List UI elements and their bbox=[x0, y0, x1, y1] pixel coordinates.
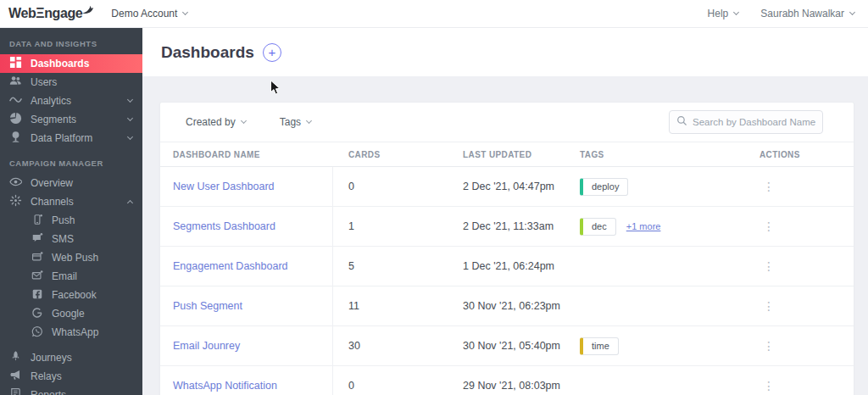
sidebar-item-label: Relays bbox=[31, 370, 132, 382]
row-actions-kebab-icon[interactable]: ⋮ bbox=[744, 262, 854, 270]
analytics-wave-icon bbox=[9, 93, 22, 108]
google-icon bbox=[31, 307, 43, 321]
push-phone-icon bbox=[31, 214, 43, 228]
channels-burst-icon bbox=[9, 194, 22, 209]
whatsapp-icon bbox=[31, 325, 43, 340]
sidebar-section-data-insights: DATA AND INSIGHTS bbox=[0, 28, 142, 54]
tags-filter-label: Tags bbox=[280, 116, 301, 128]
sidebar-item-label: Users bbox=[31, 76, 132, 88]
eye-icon bbox=[9, 175, 22, 191]
tag-label: deploy bbox=[592, 181, 619, 192]
col-header-last-updated: LAST UPDATED bbox=[448, 150, 565, 159]
dashboard-name-link[interactable]: Segments Dashboard bbox=[173, 220, 275, 232]
dashboard-name-link[interactable]: Email Jounrey bbox=[173, 340, 240, 352]
help-menu[interactable]: Help bbox=[708, 8, 739, 19]
segments-pie-icon bbox=[9, 112, 22, 127]
sidebar-item-overview[interactable]: Overview bbox=[0, 174, 142, 192]
row-actions-kebab-icon[interactable]: ⋮ bbox=[744, 222, 854, 231]
search-input[interactable] bbox=[693, 117, 823, 127]
sidebar-item-email[interactable]: Email bbox=[0, 267, 142, 286]
dashboard-name-link[interactable]: New User Dashboard bbox=[173, 181, 275, 192]
sidebar-item-whatsapp[interactable]: WhatsApp bbox=[0, 323, 142, 342]
sidebar-item-users[interactable]: Users bbox=[0, 73, 142, 92]
sidebar-item-label: Reports bbox=[31, 389, 132, 395]
sidebar-item-channels[interactable]: Channels bbox=[0, 192, 142, 211]
created-by-filter[interactable]: Created by bbox=[186, 116, 246, 128]
row-actions-kebab-icon[interactable]: ⋮ bbox=[744, 381, 854, 390]
sidebar-item-label: Analytics bbox=[31, 95, 120, 107]
sidebar-item-label: Journeys bbox=[31, 352, 132, 364]
tag-pill[interactable]: time bbox=[580, 337, 619, 355]
created-by-filter-label: Created by bbox=[186, 116, 236, 128]
cards-count: 5 bbox=[333, 260, 448, 272]
sidebar-item-push[interactable]: Push bbox=[0, 211, 142, 230]
logo-text-ngage: ngage bbox=[44, 6, 82, 21]
sidebar-section-campaign-manager: CAMPAIGN MANAGER bbox=[0, 147, 142, 174]
add-dashboard-button[interactable]: + bbox=[263, 43, 281, 62]
logo-dart-icon bbox=[81, 3, 94, 18]
account-selector[interactable]: Demo Account bbox=[111, 8, 187, 19]
sidebar-item-label: SMS bbox=[52, 233, 132, 245]
user-name: Saurabh Nawalkar bbox=[760, 8, 844, 19]
col-header-cards: CARDS bbox=[333, 150, 448, 159]
dashboard-name-link[interactable]: WhatsApp Notification bbox=[173, 380, 277, 392]
sidebar-item-relays[interactable]: Relays bbox=[0, 367, 142, 386]
table-header-row: DASHBOARD NAME CARDS LAST UPDATED TAGS A… bbox=[160, 142, 854, 167]
chevron-down-icon bbox=[241, 118, 247, 124]
dashboard-name-link[interactable]: Engagement Dashboard bbox=[173, 260, 288, 272]
sidebar-item-analytics[interactable]: Analytics bbox=[0, 92, 142, 110]
row-actions-kebab-icon[interactable]: ⋮ bbox=[744, 342, 854, 350]
chevron-down-icon bbox=[182, 9, 188, 15]
web-push-browser-icon bbox=[31, 251, 43, 265]
sidebar-item-label: Web Push bbox=[52, 252, 132, 264]
rocket-icon bbox=[9, 350, 22, 365]
sidebar-item-label: Data Platform bbox=[31, 132, 120, 144]
sidebar-item-label: Segments bbox=[31, 114, 120, 125]
user-menu[interactable]: Saurabh Nawalkar bbox=[760, 8, 854, 19]
chevron-down-icon bbox=[306, 118, 312, 124]
sidebar-item-facebook[interactable]: Facebook bbox=[0, 286, 142, 304]
data-platform-icon bbox=[9, 131, 22, 146]
col-header-dashboard-name: DASHBOARD NAME bbox=[160, 150, 333, 159]
sidebar-item-label: WhatsApp bbox=[52, 326, 132, 338]
tag-pill[interactable]: dec bbox=[580, 218, 616, 236]
page-title: Dashboards bbox=[161, 43, 254, 62]
sidebar-item-web-push[interactable]: Web Push bbox=[0, 248, 142, 267]
tags-filter[interactable]: Tags bbox=[280, 116, 311, 128]
help-label: Help bbox=[708, 8, 729, 19]
row-actions-kebab-icon[interactable]: ⋮ bbox=[744, 182, 854, 191]
sidebar-item-segments[interactable]: Segments bbox=[0, 110, 142, 129]
sidebar-item-reports[interactable]: Reports bbox=[0, 386, 142, 395]
chevron-up-icon bbox=[127, 200, 133, 206]
dashboard-search[interactable] bbox=[669, 110, 823, 134]
sidebar-item-label: Facebook bbox=[52, 289, 132, 301]
table-row: Engagement Dashboard 5 1 Dec '21, 06:24p… bbox=[160, 247, 854, 287]
row-actions-kebab-icon[interactable]: ⋮ bbox=[744, 302, 854, 310]
sidebar-item-data-platform[interactable]: Data Platform bbox=[0, 129, 142, 147]
table-row: Email Jounrey 30 30 Nov '21, 05:40pm tim… bbox=[160, 326, 854, 366]
users-icon bbox=[9, 75, 22, 90]
chevron-down-icon bbox=[127, 134, 133, 140]
megaphone-icon bbox=[9, 369, 22, 384]
cards-count: 11 bbox=[333, 300, 448, 312]
last-updated: 29 Nov '21, 08:03pm bbox=[448, 380, 565, 392]
sidebar-item-dashboards[interactable]: Dashboards bbox=[0, 54, 142, 73]
account-selector-label: Demo Account bbox=[111, 8, 177, 19]
facebook-icon bbox=[31, 288, 43, 303]
sidebar-item-label: Channels bbox=[31, 196, 120, 208]
last-updated: 30 Nov '21, 05:40pm bbox=[448, 340, 565, 352]
sidebar-item-google[interactable]: Google bbox=[0, 304, 142, 323]
cards-count: 1 bbox=[333, 220, 448, 232]
sidebar-item-sms[interactable]: SMS bbox=[0, 230, 142, 248]
last-updated: 2 Dec '21, 11:33am bbox=[448, 220, 565, 232]
more-tags-link[interactable]: +1 more bbox=[626, 221, 661, 231]
sidebar-item-journeys[interactable]: Journeys bbox=[0, 348, 142, 367]
webengage-logo[interactable]: WebΞngage bbox=[8, 6, 82, 21]
dashboard-name-link[interactable]: Push Segment bbox=[173, 300, 242, 312]
table-row: Segments Dashboard 1 2 Dec '21, 11:33am … bbox=[160, 207, 854, 247]
logo-text-e: Ξ bbox=[36, 6, 44, 21]
main-content: Dashboards + Created by Tags DASHBOARD N… bbox=[142, 28, 868, 395]
col-header-tags: TAGS bbox=[565, 150, 744, 159]
tag-pill[interactable]: deploy bbox=[580, 178, 628, 196]
report-book-icon bbox=[9, 387, 22, 395]
